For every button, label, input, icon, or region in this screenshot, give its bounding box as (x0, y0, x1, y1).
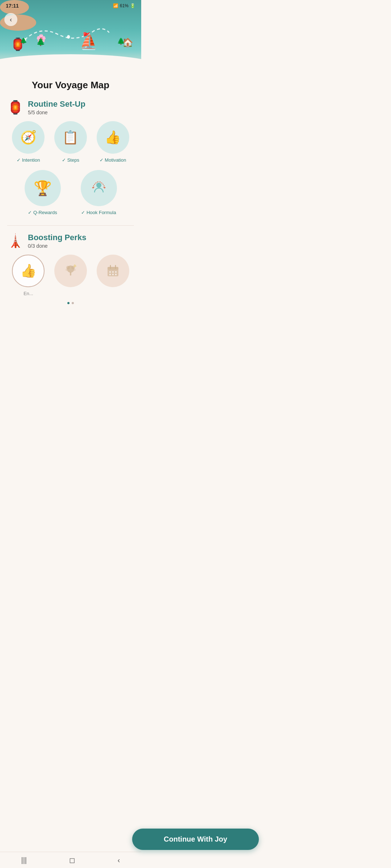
intention-circle: 🧭 (12, 121, 45, 154)
boosting-info: Boosting Perks 0/3 done (28, 233, 86, 249)
dashed-path (22, 22, 112, 43)
svg-rect-20 (109, 274, 111, 275)
routine-info: Routine Set-Up 5/5 done (28, 99, 85, 115)
svg-point-1 (67, 35, 70, 39)
routine-title: Routine Set-Up (28, 99, 85, 109)
dot-1 (67, 302, 70, 304)
boosting-perks-section: 🗼 Boosting Perks 0/3 done 👍 En... (7, 233, 134, 296)
main-content: Your Voyage Map 🏮 Routine Set-Up 5/5 don… (0, 80, 141, 344)
routine-setup-header: 🏮 Routine Set-Up 5/5 done (7, 99, 134, 115)
item-growth[interactable] (54, 255, 87, 296)
svg-rect-4 (70, 272, 71, 276)
enjoyment-label: En... (24, 291, 33, 296)
hookformula-circle (81, 170, 117, 206)
svg-point-7 (66, 269, 68, 271)
item-hookformula[interactable]: Hook Formula (81, 170, 117, 215)
svg-rect-21 (112, 274, 114, 275)
hero-illustration: 🏮 🌸 ⛵ 🚩 🏠 🌲 🌲 🌲 (0, 0, 141, 72)
enjoyment-circle: 👍 (12, 255, 45, 287)
battery-level: 61% (120, 3, 129, 8)
intention-label: Intention (17, 157, 40, 163)
steps-circle: 📋 (54, 121, 87, 154)
routine-progress: 5/5 done (28, 110, 85, 115)
item-intention[interactable]: 🧭 Intention (12, 121, 45, 163)
svg-rect-19 (115, 271, 117, 273)
tree3-icon: 🌲 (117, 37, 125, 45)
routine-items-row1: 🧭 Intention 📋 Steps 👍 Motivation (7, 121, 134, 163)
dot-2 (72, 302, 74, 304)
item-motivation[interactable]: 👍 Motivation (97, 121, 129, 163)
boosting-progress: 0/3 done (28, 243, 86, 249)
item-calendar[interactable] (97, 255, 129, 296)
svg-point-8 (73, 269, 76, 271)
boosting-title: Boosting Perks (28, 233, 86, 242)
tree-icon: 🌲 (36, 38, 45, 46)
growth-circle (54, 255, 87, 287)
tree2-icon: 🌲 (20, 37, 27, 44)
status-time: 17:11 (6, 3, 19, 9)
signal-icon: 📶 (113, 3, 118, 8)
qrewards-circle: 🏆 (25, 170, 61, 206)
svg-rect-18 (112, 271, 114, 273)
routine-items-row2: 🏆 Q-Rewards Hook Formula (7, 170, 134, 215)
routine-icon: 🏮 (7, 100, 24, 115)
svg-rect-22 (115, 274, 117, 275)
item-enjoyment[interactable]: 👍 En... (12, 255, 45, 296)
status-icons: 📶 61% 🔋 (113, 3, 135, 8)
boosting-items-row: 👍 En... (7, 255, 134, 296)
motivation-label: Motivation (100, 157, 126, 163)
section-divider (7, 225, 134, 226)
battery-icon: 🔋 (130, 3, 135, 8)
boosting-icon: 🗼 (7, 233, 24, 248)
motivation-circle: 👍 (97, 121, 129, 154)
flag-icon: 🚩 (83, 32, 91, 40)
hookformula-label: Hook Formula (81, 210, 116, 215)
dot-indicator (7, 302, 134, 304)
status-bar: 17:11 📶 61% 🔋 (0, 0, 141, 10)
svg-rect-14 (108, 267, 118, 270)
item-steps[interactable]: 📋 Steps (54, 121, 87, 163)
svg-rect-17 (109, 271, 111, 273)
calendar-circle (97, 255, 129, 287)
svg-point-2 (96, 183, 101, 188)
qrewards-label: Q-Rewards (28, 210, 57, 215)
steps-label: Steps (62, 157, 79, 163)
page-title: Your Voyage Map (7, 80, 134, 91)
item-qrewards[interactable]: 🏆 Q-Rewards (25, 170, 61, 215)
back-button[interactable]: ‹ (4, 13, 17, 26)
boosting-perks-header: 🗼 Boosting Perks 0/3 done (7, 233, 134, 249)
svg-line-12 (75, 265, 76, 266)
